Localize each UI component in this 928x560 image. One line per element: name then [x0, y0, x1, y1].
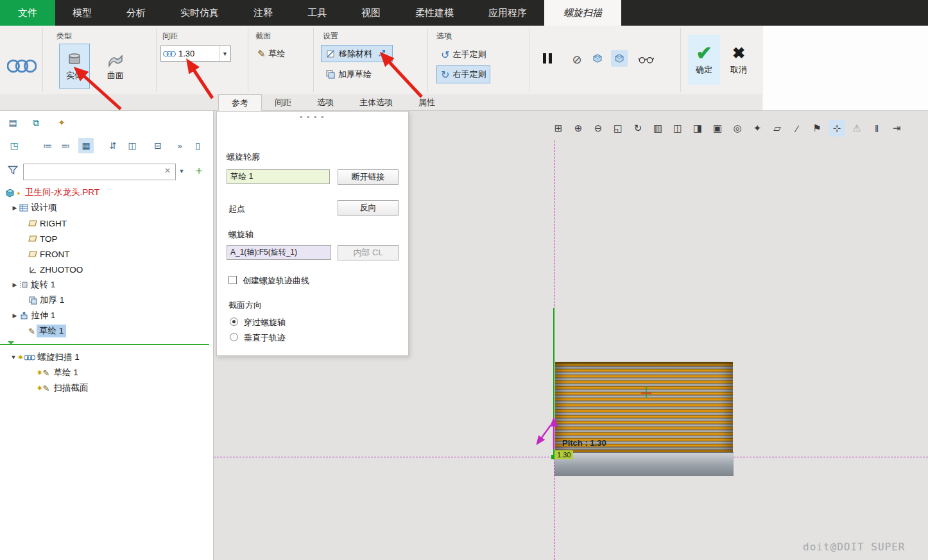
tab-references[interactable]: 参考	[218, 94, 262, 111]
detail-list-button[interactable]: ≕	[58, 138, 73, 153]
show-button[interactable]: ◳	[6, 138, 22, 153]
cancel-button[interactable]: ✖ 取消	[723, 35, 755, 85]
menu-tab-flexible-modeling[interactable]: 柔性建模	[398, 0, 471, 26]
collapse-arrow-icon[interactable]: ▼	[9, 354, 18, 361]
grid-view-button[interactable]: ▦	[78, 138, 94, 153]
tree-row-design-items[interactable]: ▶ 设计项	[0, 200, 212, 216]
internal-cl-button[interactable]: 内部 CL	[338, 245, 399, 260]
favorites-button[interactable]: ✦	[54, 115, 69, 130]
model-base-cylinder[interactable]	[554, 452, 734, 476]
flip-button[interactable]: 反向	[338, 200, 399, 216]
filter-funnel-icon[interactable]	[5, 162, 21, 178]
flip-material-side-button[interactable]	[375, 47, 388, 60]
menu-tab-tools[interactable]: 工具	[290, 0, 344, 26]
repaint-icon[interactable]: ↻	[630, 120, 646, 137]
zoom-region-icon[interactable]: ⊞	[550, 120, 567, 137]
create-helix-curve-label[interactable]: 创建螺旋轨迹曲线	[243, 275, 309, 287]
tree-row-sweep-section[interactable]: ✱ ✎ 扫描截面	[0, 380, 212, 396]
menu-tab-helical-sweep-active[interactable]: 螺旋扫描	[544, 0, 621, 26]
resume-icon[interactable]: ⇥	[888, 120, 905, 137]
surface-type-button[interactable]: 曲面	[98, 44, 133, 89]
normal-to-trajectory-label[interactable]: 垂直于轨迹	[244, 332, 286, 344]
zoom-in-icon[interactable]: ⊕	[570, 120, 587, 137]
pause-regeneration-icon[interactable]: ‖	[868, 120, 885, 137]
solid-type-button[interactable]: 实体	[59, 44, 90, 89]
helix-axis-field[interactable]: A_1(轴):F5(旋转_1)	[227, 245, 331, 260]
tab-options[interactable]: 选项	[304, 94, 347, 111]
refit-icon[interactable]: ◱	[610, 120, 626, 137]
menu-tab-applications[interactable]: 应用程序	[471, 0, 544, 26]
panel-drag-handle[interactable]: ▪ ▪ ▪ ▪	[217, 113, 408, 121]
notifications-icon[interactable]: ⚠	[848, 120, 865, 137]
datum-planes-filter-icon[interactable]: ▱	[769, 120, 786, 137]
add-filter-button[interactable]: ＋	[191, 162, 207, 178]
thicken-sketch-toggle[interactable]: 加厚草绘	[321, 65, 376, 83]
tree-row-sketch-selected[interactable]: ✎ 草绘 1	[0, 323, 212, 339]
search-dropdown-icon[interactable]: ▼	[176, 164, 187, 179]
tree-row-top-plane[interactable]: TOP	[0, 231, 212, 246]
datum-axes-filter-icon[interactable]: ∕	[789, 120, 805, 137]
tree-row-thicken[interactable]: 加厚 1	[0, 293, 212, 308]
layer-tree-button[interactable]: ⧉	[28, 115, 44, 130]
scene-icon[interactable]: ▣	[709, 120, 726, 137]
menu-tab-annotate[interactable]: 注释	[236, 0, 290, 26]
ok-button[interactable]: ✔ 确定	[688, 35, 720, 85]
pause-button[interactable]	[539, 50, 556, 67]
helix-profile-field[interactable]: 草绘 1	[227, 169, 330, 184]
pitch-value-tag[interactable]: 1.30	[554, 450, 573, 459]
section-view-icon[interactable]: ◨	[689, 120, 706, 137]
tree-search-input[interactable]	[23, 164, 176, 180]
spin-center-icon[interactable]: ⊹	[829, 120, 845, 137]
tab-body-options[interactable]: 主体选项	[347, 94, 406, 111]
annotations-filter-icon[interactable]: ⚑	[809, 120, 825, 137]
normal-to-trajectory-radio[interactable]	[230, 333, 238, 341]
break-link-button[interactable]: 断开链接	[338, 169, 399, 185]
through-axis-radio[interactable]	[230, 318, 238, 326]
model-tree-settings-button[interactable]: ▤	[5, 115, 21, 130]
pitch-combo[interactable]: 1.30 ▼	[160, 46, 231, 62]
clear-search-icon[interactable]: ✕	[164, 166, 171, 175]
remove-material-toggle[interactable]: 移除材料	[321, 45, 393, 62]
right-hand-rule-button[interactable]: ↻ 右手定则	[436, 65, 490, 83]
list-view-button[interactable]: ≔	[40, 138, 55, 153]
document-button[interactable]: ▯	[190, 138, 205, 153]
tree-row-helical-sweep[interactable]: ▼ ✱ 螺旋扫描 1	[0, 350, 212, 365]
menu-tab-model[interactable]: 模型	[55, 0, 109, 26]
expand-arrow-icon[interactable]: ▶	[10, 312, 19, 319]
menu-tab-live-sim[interactable]: 实时仿真	[163, 0, 236, 26]
menu-tab-analysis[interactable]: 分析	[109, 0, 163, 26]
tree-row-part-root[interactable]: ▲ 卫生间-水龙头.PRT	[0, 185, 212, 200]
unattached-preview-button[interactable]	[589, 50, 606, 67]
file-menu-button[interactable]: 文件	[0, 0, 55, 26]
expand-arrow-icon[interactable]: ▶	[10, 282, 19, 288]
columns-button[interactable]: ◫	[125, 138, 140, 153]
overflow-chevron-icon[interactable]: »	[172, 138, 187, 153]
pitch-dropdown-arrow-icon[interactable]: ▼	[219, 46, 230, 61]
saved-orientations-icon[interactable]: ▥	[649, 120, 666, 137]
display-style-icon[interactable]: ◫	[669, 120, 686, 137]
zoom-out-icon[interactable]: ⊖	[590, 120, 606, 137]
tree-row-right-plane[interactable]: RIGHT	[0, 216, 212, 231]
tree-row-sweep-sketch[interactable]: ✱ ✎ 草绘 1	[0, 365, 212, 380]
tree-row-revolve[interactable]: ▶ 旋转 1	[0, 277, 212, 293]
tab-properties[interactable]: 属性	[406, 94, 448, 111]
create-helix-curve-checkbox[interactable]	[228, 276, 237, 284]
sort-button[interactable]: ⇵	[105, 138, 121, 153]
left-hand-rule-button[interactable]: ↺ 左手定则	[436, 46, 490, 63]
tab-pitch[interactable]: 间距	[262, 94, 304, 111]
sketch-section-button[interactable]: ✎ 草绘	[253, 46, 290, 62]
menu-tab-view[interactable]: 视图	[344, 0, 398, 26]
no-preview-button[interactable]: ⊘	[569, 51, 585, 68]
helix-profile-line[interactable]	[553, 308, 554, 457]
tree-row-front-plane[interactable]: FRONT	[0, 246, 212, 262]
tree-row-extrude[interactable]: ▶ 拉伸 1	[0, 308, 212, 323]
render-icon[interactable]: ✦	[749, 120, 766, 137]
attached-preview-button[interactable]	[611, 50, 628, 67]
tree-row-csys[interactable]: ZHUOTOO	[0, 262, 212, 277]
appearance-icon[interactable]: ◎	[729, 120, 746, 137]
tree-filters-button[interactable]: ⊟	[150, 138, 166, 153]
expand-arrow-icon[interactable]: ▶	[10, 205, 19, 211]
insertion-locator[interactable]	[0, 344, 209, 345]
through-axis-label[interactable]: 穿过螺旋轴	[244, 317, 286, 328]
verify-preview-button[interactable]	[638, 51, 655, 68]
